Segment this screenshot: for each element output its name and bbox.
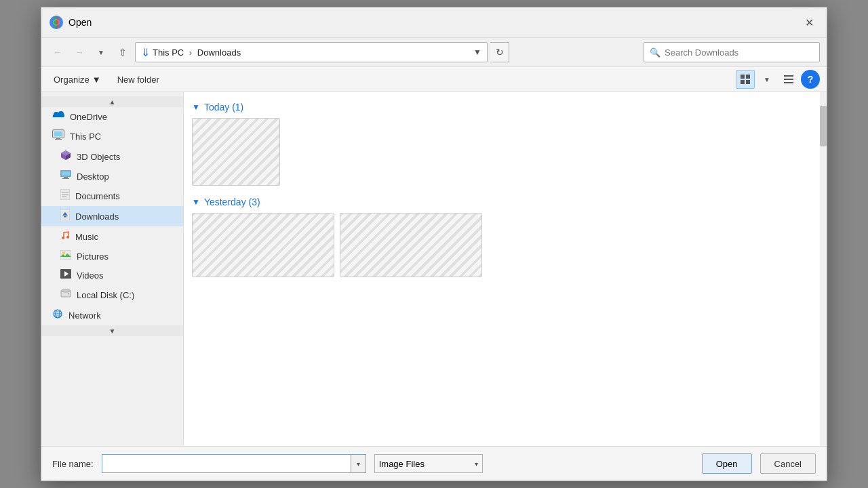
open-button[interactable]: Open <box>702 453 752 474</box>
new-folder-button[interactable]: New folder <box>112 73 165 87</box>
svg-rect-4 <box>746 75 750 79</box>
svg-rect-29 <box>64 216 66 218</box>
svg-point-30 <box>62 237 64 239</box>
secondary-toolbar: Organize ▼ New folder ▼ ? <box>41 67 827 92</box>
organize-button[interactable]: Organize ▼ <box>48 73 106 87</box>
view-options-dropdown-button[interactable]: ▼ <box>757 70 776 89</box>
svg-rect-3 <box>741 75 745 79</box>
onedrive-icon <box>52 110 64 123</box>
view-options: ▼ ? <box>736 70 820 89</box>
file-name-label: File name: <box>52 459 94 469</box>
section-yesterday-header[interactable]: ▼ Yesterday (3) <box>192 197 818 207</box>
details-view-button[interactable] <box>779 70 798 89</box>
sidebar-item-videos[interactable]: Videos <box>41 266 183 285</box>
sidebar-item-label: Videos <box>77 270 104 281</box>
address-bar[interactable]: ⇓ This PC › Downloads ▼ <box>135 42 488 62</box>
downloads-icon <box>60 209 70 223</box>
section-yesterday-chevron-icon: ▼ <box>192 197 200 207</box>
back-button[interactable]: ← <box>48 43 67 62</box>
sidebar-item-label: Pictures <box>77 251 108 262</box>
desktop-icon <box>60 170 71 182</box>
grid-view-icon <box>741 75 750 84</box>
sidebar-scroll-up[interactable]: ▲ <box>41 96 183 107</box>
svg-rect-13 <box>56 138 60 139</box>
organize-label: Organize <box>54 75 90 85</box>
path-this-pc: This PC <box>153 47 184 58</box>
sidebar-item-this-pc[interactable]: This PC <box>41 126 183 146</box>
path-downloads: Downloads <box>197 47 241 58</box>
sidebar-item-label: This PC <box>70 131 101 142</box>
videos-icon <box>60 269 71 281</box>
toolbar: ← → ▼ ⇧ ⇓ This PC › Downloads ▼ ↻ 🔍 <box>41 38 827 67</box>
sidebar-item-downloads[interactable]: Downloads <box>41 206 183 226</box>
yesterday-files-grid <box>192 213 818 277</box>
sidebar-item-pictures[interactable]: Pictures <box>41 247 183 266</box>
pictures-icon <box>60 250 71 262</box>
section-today-label: Today (1) <box>204 102 243 113</box>
scrollbar-thumb[interactable] <box>820 106 827 146</box>
chrome-logo-icon <box>50 16 63 29</box>
search-input[interactable] <box>665 47 814 58</box>
content-scrollbar[interactable] <box>820 92 827 446</box>
network-icon <box>52 308 63 322</box>
svg-rect-9 <box>784 82 793 83</box>
sidebar-item-label: Local Disk (C:) <box>77 290 134 300</box>
section-today-header[interactable]: ▼ Today (1) <box>192 102 818 113</box>
sidebar-item-label: Music <box>75 232 98 242</box>
sidebar-item-label: Desktop <box>77 171 109 182</box>
sidebar-item-documents[interactable]: Documents <box>41 186 183 206</box>
sidebar-item-local-disk[interactable]: Local Disk (C:) <box>41 285 183 305</box>
this-pc-icon <box>52 129 64 143</box>
dropdown-history-button[interactable]: ▼ <box>92 43 111 62</box>
svg-rect-7 <box>784 75 793 77</box>
sidebar-item-3d-objects[interactable]: 3D Objects <box>41 146 183 167</box>
file-name-input[interactable] <box>102 454 351 473</box>
svg-rect-12 <box>54 131 62 136</box>
file-thumbnail[interactable] <box>192 118 280 186</box>
file-thumbnail[interactable] <box>192 213 334 277</box>
svg-rect-5 <box>741 80 745 84</box>
downloads-folder-icon: ⇓ <box>141 46 150 59</box>
file-name-field-wrap: ▾ <box>102 454 366 473</box>
address-path: This PC › Downloads <box>153 47 471 58</box>
sidebar-item-network[interactable]: Network <box>41 305 183 325</box>
up-button[interactable]: ⇧ <box>113 43 132 62</box>
svg-point-33 <box>62 251 65 254</box>
sidebar-item-label: Documents <box>75 191 120 201</box>
sidebar-item-label: Downloads <box>75 211 119 222</box>
svg-rect-14 <box>55 139 62 140</box>
sidebar-scroll-down[interactable]: ▼ <box>41 325 183 336</box>
documents-icon <box>60 189 70 203</box>
file-type-select[interactable]: Image Files ▾ <box>374 454 483 473</box>
svg-point-31 <box>66 236 69 239</box>
svg-point-37 <box>61 289 71 292</box>
details-view-icon <box>784 75 793 84</box>
main-body: ▲ OneDrive This PC 3D Objects <box>41 92 827 446</box>
today-files-grid <box>192 118 818 186</box>
open-dialog: Open ✕ ← → ▼ ⇧ ⇓ This PC › Downloads ▼ ↻… <box>41 7 827 481</box>
section-yesterday-label: Yesterday (3) <box>204 197 260 207</box>
3d-objects-icon <box>60 150 71 163</box>
sidebar-item-desktop[interactable]: Desktop <box>41 167 183 186</box>
sidebar-item-music[interactable]: Music <box>41 226 183 247</box>
organize-arrow-icon: ▼ <box>92 75 101 85</box>
grid-view-button[interactable] <box>736 70 755 89</box>
forward-button[interactable]: → <box>70 43 89 62</box>
sidebar-item-onedrive[interactable]: OneDrive <box>41 107 183 126</box>
close-button[interactable]: ✕ <box>800 13 818 32</box>
music-icon <box>60 230 70 243</box>
file-name-dropdown-button[interactable]: ▾ <box>351 454 366 473</box>
svg-rect-8 <box>784 79 793 80</box>
search-bar: 🔍 <box>644 42 820 62</box>
search-icon: 🔍 <box>650 47 660 58</box>
help-button[interactable]: ? <box>801 70 820 89</box>
sidebar-item-label: OneDrive <box>70 112 107 122</box>
title-bar: Open ✕ <box>41 7 827 38</box>
refresh-button[interactable]: ↻ <box>490 42 509 62</box>
sidebar: ▲ OneDrive This PC 3D Objects <box>41 92 184 446</box>
svg-point-38 <box>68 293 69 295</box>
file-thumbnail[interactable] <box>340 213 482 277</box>
cancel-button[interactable]: Cancel <box>760 453 816 474</box>
address-chevron-icon[interactable]: ▼ <box>473 47 481 57</box>
section-today-chevron-icon: ▼ <box>192 102 200 112</box>
